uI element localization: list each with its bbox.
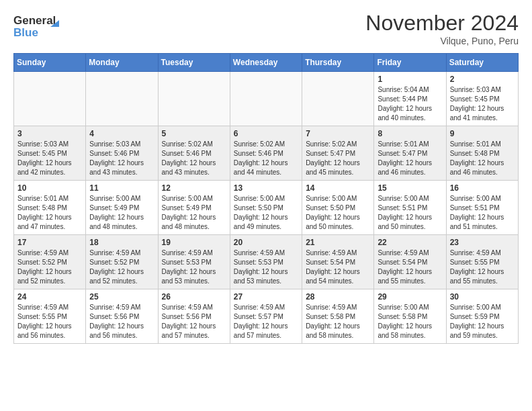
day-number: 10: [17, 183, 82, 193]
day-number: 18: [89, 238, 154, 247]
calendar-cell: 23Sunrise: 4:59 AMSunset: 5:55 PMDayligh…: [446, 235, 518, 289]
day-info: Sunrise: 4:59 AMSunset: 5:53 PMDaylight:…: [162, 248, 226, 286]
col-sunday: Sunday: [14, 54, 86, 72]
month-title: November 2024: [365, 11, 519, 36]
day-info: Sunrise: 5:01 AMSunset: 5:47 PMDaylight:…: [378, 140, 442, 177]
day-info: Sunrise: 5:04 AMSunset: 5:44 PMDaylight:…: [378, 85, 442, 123]
day-number: 4: [89, 129, 154, 138]
day-number: 12: [162, 183, 226, 193]
calendar-cell: 18Sunrise: 4:59 AMSunset: 5:52 PMDayligh…: [86, 235, 158, 289]
day-number: 30: [450, 292, 515, 302]
day-number: 2: [450, 75, 515, 84]
day-info: Sunrise: 4:59 AMSunset: 5:56 PMDaylight:…: [89, 303, 154, 340]
day-info: Sunrise: 5:00 AMSunset: 5:58 PMDaylight:…: [378, 303, 442, 340]
calendar-week-row: 24Sunrise: 4:59 AMSunset: 5:55 PMDayligh…: [14, 289, 519, 344]
col-saturday: Saturday: [446, 54, 518, 72]
day-number: 21: [306, 238, 370, 247]
day-info: Sunrise: 4:59 AMSunset: 5:54 PMDaylight:…: [378, 248, 442, 286]
day-info: Sunrise: 5:00 AMSunset: 5:50 PMDaylight:…: [234, 194, 298, 232]
day-number: 28: [306, 292, 370, 302]
day-info: Sunrise: 4:59 AMSunset: 5:55 PMDaylight:…: [450, 248, 515, 286]
day-info: Sunrise: 5:01 AMSunset: 5:48 PMDaylight:…: [450, 140, 515, 177]
day-number: 23: [450, 238, 515, 247]
col-wednesday: Wednesday: [230, 54, 302, 72]
day-number: 25: [89, 292, 154, 302]
calendar-cell: 14Sunrise: 5:00 AMSunset: 5:50 PMDayligh…: [302, 181, 374, 235]
calendar-cell: 6Sunrise: 5:02 AMSunset: 5:46 PMDaylight…: [230, 126, 302, 181]
location: Vilque, Puno, Peru: [365, 36, 519, 46]
calendar-cell: [14, 72, 86, 126]
day-number: 26: [162, 292, 226, 302]
day-number: 29: [378, 292, 442, 302]
calendar-table: Sunday Monday Tuesday Wednesday Thursday…: [13, 53, 519, 344]
calendar-cell: 30Sunrise: 5:00 AMSunset: 5:59 PMDayligh…: [446, 289, 518, 344]
day-info: Sunrise: 4:59 AMSunset: 5:54 PMDaylight:…: [306, 248, 370, 286]
calendar-cell: 17Sunrise: 4:59 AMSunset: 5:52 PMDayligh…: [14, 235, 86, 289]
calendar-cell: 10Sunrise: 5:01 AMSunset: 5:48 PMDayligh…: [14, 181, 86, 235]
calendar-cell: [230, 72, 302, 126]
day-info: Sunrise: 5:03 AMSunset: 5:45 PMDaylight:…: [450, 85, 515, 123]
calendar-week-row: 17Sunrise: 4:59 AMSunset: 5:52 PMDayligh…: [14, 235, 519, 289]
day-number: 14: [306, 183, 370, 193]
day-number: 5: [162, 129, 226, 138]
calendar-cell: 26Sunrise: 4:59 AMSunset: 5:56 PMDayligh…: [158, 289, 230, 344]
day-number: 1: [378, 75, 442, 84]
col-tuesday: Tuesday: [158, 54, 230, 72]
day-info: Sunrise: 4:59 AMSunset: 5:53 PMDaylight:…: [234, 248, 298, 286]
day-info: Sunrise: 5:00 AMSunset: 5:50 PMDaylight:…: [306, 194, 370, 232]
calendar-week-row: 10Sunrise: 5:01 AMSunset: 5:48 PMDayligh…: [14, 181, 519, 235]
day-number: 7: [306, 129, 370, 138]
calendar-cell: 27Sunrise: 4:59 AMSunset: 5:57 PMDayligh…: [230, 289, 302, 344]
calendar-cell: 11Sunrise: 5:00 AMSunset: 5:49 PMDayligh…: [86, 181, 158, 235]
day-info: Sunrise: 5:00 AMSunset: 5:49 PMDaylight:…: [89, 194, 154, 232]
header: General Blue November 2024 Vilque, Puno,…: [13, 11, 519, 46]
svg-text:General: General: [13, 14, 56, 27]
calendar-cell: 28Sunrise: 4:59 AMSunset: 5:58 PMDayligh…: [302, 289, 374, 344]
day-info: Sunrise: 4:59 AMSunset: 5:52 PMDaylight:…: [17, 248, 82, 286]
header-row: Sunday Monday Tuesday Wednesday Thursday…: [14, 54, 519, 72]
calendar-cell: [86, 72, 158, 126]
day-info: Sunrise: 5:00 AMSunset: 5:59 PMDaylight:…: [450, 303, 515, 340]
calendar-cell: 13Sunrise: 5:00 AMSunset: 5:50 PMDayligh…: [230, 181, 302, 235]
calendar-cell: 12Sunrise: 5:00 AMSunset: 5:49 PMDayligh…: [158, 181, 230, 235]
calendar-cell: 20Sunrise: 4:59 AMSunset: 5:53 PMDayligh…: [230, 235, 302, 289]
day-info: Sunrise: 4:59 AMSunset: 5:58 PMDaylight:…: [306, 303, 370, 340]
day-info: Sunrise: 5:03 AMSunset: 5:46 PMDaylight:…: [89, 140, 154, 177]
calendar-cell: 16Sunrise: 5:00 AMSunset: 5:51 PMDayligh…: [446, 181, 518, 235]
calendar-cell: 25Sunrise: 4:59 AMSunset: 5:56 PMDayligh…: [86, 289, 158, 344]
logo-svg: General Blue: [13, 11, 67, 40]
day-info: Sunrise: 4:59 AMSunset: 5:57 PMDaylight:…: [234, 303, 298, 340]
calendar-cell: 21Sunrise: 4:59 AMSunset: 5:54 PMDayligh…: [302, 235, 374, 289]
logo: General Blue: [13, 11, 67, 43]
day-number: 27: [234, 292, 298, 302]
calendar-cell: 29Sunrise: 5:00 AMSunset: 5:58 PMDayligh…: [374, 289, 446, 344]
calendar-cell: 5Sunrise: 5:02 AMSunset: 5:46 PMDaylight…: [158, 126, 230, 181]
calendar-cell: 1Sunrise: 5:04 AMSunset: 5:44 PMDaylight…: [374, 72, 446, 126]
day-info: Sunrise: 5:01 AMSunset: 5:48 PMDaylight:…: [17, 194, 82, 232]
title-block: November 2024 Vilque, Puno, Peru: [365, 11, 519, 46]
calendar-week-row: 1Sunrise: 5:04 AMSunset: 5:44 PMDaylight…: [14, 72, 519, 126]
logo-text-block: General Blue: [13, 11, 67, 43]
day-info: Sunrise: 5:02 AMSunset: 5:46 PMDaylight:…: [234, 140, 298, 177]
day-info: Sunrise: 4:59 AMSunset: 5:56 PMDaylight:…: [162, 303, 226, 340]
calendar-cell: 4Sunrise: 5:03 AMSunset: 5:46 PMDaylight…: [86, 126, 158, 181]
day-number: 11: [89, 183, 154, 193]
calendar-cell: [302, 72, 374, 126]
day-number: 3: [17, 129, 82, 138]
calendar-cell: 2Sunrise: 5:03 AMSunset: 5:45 PMDaylight…: [446, 72, 518, 126]
col-monday: Monday: [86, 54, 158, 72]
calendar-cell: 22Sunrise: 4:59 AMSunset: 5:54 PMDayligh…: [374, 235, 446, 289]
calendar-cell: 15Sunrise: 5:00 AMSunset: 5:51 PMDayligh…: [374, 181, 446, 235]
col-friday: Friday: [374, 54, 446, 72]
day-info: Sunrise: 5:00 AMSunset: 5:51 PMDaylight:…: [450, 194, 515, 232]
day-info: Sunrise: 5:00 AMSunset: 5:51 PMDaylight:…: [378, 194, 442, 232]
day-number: 13: [234, 183, 298, 193]
day-number: 20: [234, 238, 298, 247]
main-container: General Blue November 2024 Vilque, Puno,…: [0, 0, 532, 351]
col-thursday: Thursday: [302, 54, 374, 72]
day-number: 22: [378, 238, 442, 247]
calendar-cell: 8Sunrise: 5:01 AMSunset: 5:47 PMDaylight…: [374, 126, 446, 181]
day-number: 9: [450, 129, 515, 138]
calendar-week-row: 3Sunrise: 5:03 AMSunset: 5:45 PMDaylight…: [14, 126, 519, 181]
day-number: 19: [162, 238, 226, 247]
